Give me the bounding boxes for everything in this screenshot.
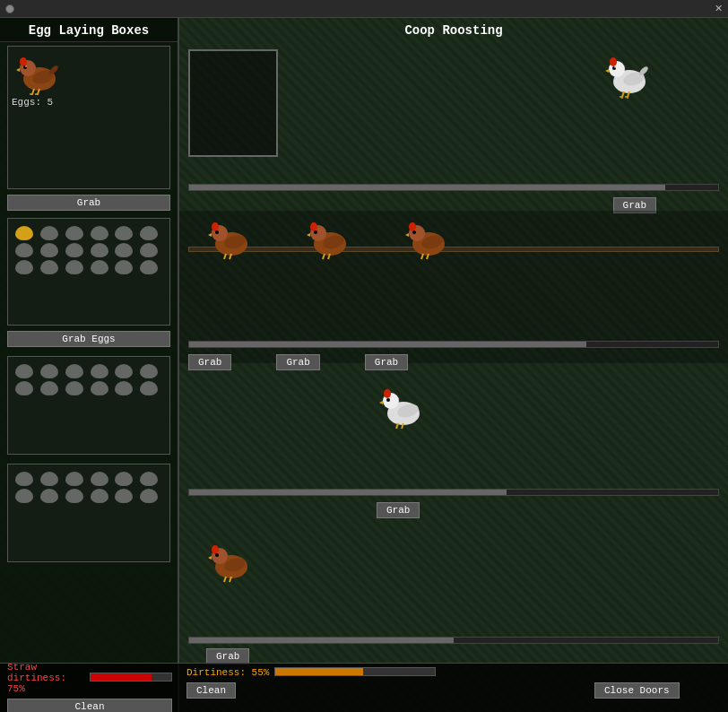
svg-point-16 xyxy=(610,57,617,66)
svg-point-46 xyxy=(409,222,416,231)
close-button[interactable]: ✕ xyxy=(715,3,723,14)
white-chicken-svg-2 xyxy=(377,381,430,430)
egg-item xyxy=(65,381,83,395)
svg-line-66 xyxy=(224,577,226,582)
brown-chicken-svg-4 xyxy=(206,538,256,583)
golden-egg xyxy=(15,226,33,240)
egg-grid-2 xyxy=(12,222,166,278)
coop-scene: Grab xyxy=(179,36,728,663)
svg-point-56 xyxy=(386,398,390,402)
egg-item xyxy=(65,364,83,378)
grab-eggs-button[interactable]: Grab Eggs xyxy=(7,331,170,347)
egg-item xyxy=(40,243,58,257)
straw-dirt-label: Straw dirtiness: 75% xyxy=(7,662,84,694)
eggs-count-1: Eggs: 5 xyxy=(12,97,53,108)
egg-item xyxy=(140,260,158,274)
brown-chicken-svg-2c xyxy=(403,215,453,260)
egg-box-2 xyxy=(7,218,170,326)
egg-grid-3 xyxy=(12,360,166,399)
svg-point-5 xyxy=(25,65,27,67)
title-bar: ✕ xyxy=(0,0,728,18)
egg-item xyxy=(140,243,158,257)
egg-item xyxy=(115,381,133,395)
right-bottom-bar: Dirtiness: 55% Clean Close Doors xyxy=(179,663,728,712)
svg-line-50 xyxy=(421,254,423,259)
svg-point-19 xyxy=(614,66,616,68)
title-bar-dot xyxy=(5,4,14,13)
egg-item xyxy=(15,472,33,486)
egg-item xyxy=(91,364,108,378)
egg-item xyxy=(140,364,158,378)
roost-slot-white-2 xyxy=(377,381,430,434)
grab-row-2: Grab Grab Grab xyxy=(188,354,408,370)
egg-item xyxy=(40,472,58,486)
egg-box-3 xyxy=(7,356,170,455)
svg-line-22 xyxy=(622,91,624,97)
grab-button-roost-3[interactable]: Grab xyxy=(377,502,420,518)
svg-point-32 xyxy=(215,230,219,234)
svg-marker-3 xyxy=(16,68,20,72)
roost-row-2 xyxy=(206,215,453,260)
progress-bar-1 xyxy=(188,184,719,191)
progress-bar-2 xyxy=(188,341,719,348)
svg-line-42 xyxy=(323,254,325,259)
straw-dirt-bar xyxy=(90,673,172,682)
egg-grid-4 xyxy=(12,468,166,507)
egg-item xyxy=(40,260,58,274)
clean-coop-button[interactable]: Clean xyxy=(186,682,236,699)
grab-button-roost-2c[interactable]: Grab xyxy=(365,354,408,370)
svg-point-64 xyxy=(215,553,219,557)
egg-item xyxy=(15,260,33,274)
svg-marker-47 xyxy=(405,233,409,237)
egg-item xyxy=(65,472,83,486)
egg-item xyxy=(115,243,133,257)
egg-item xyxy=(91,472,108,486)
svg-point-30 xyxy=(212,222,219,231)
coop-dirt-bar xyxy=(274,667,436,676)
egg-item xyxy=(40,489,58,503)
egg-item xyxy=(140,472,158,486)
svg-marker-17 xyxy=(605,69,609,73)
egg-item xyxy=(65,226,83,240)
close-doors-button[interactable]: Close Doors xyxy=(594,682,680,699)
egg-item xyxy=(15,243,33,257)
egg-item xyxy=(91,381,108,395)
roost-slot-empty xyxy=(188,49,278,157)
grab-button-roost-2b[interactable]: Grab xyxy=(276,354,319,370)
egg-box-4 xyxy=(7,464,170,562)
progress-bar-1-fill xyxy=(189,185,665,190)
svg-point-62 xyxy=(212,545,219,554)
egg-item xyxy=(140,489,158,503)
progress-bar-2-fill xyxy=(189,342,586,347)
egg-box-1: Eggs: 5 xyxy=(7,46,170,189)
svg-point-2 xyxy=(20,57,27,66)
chicken-1-img xyxy=(12,50,65,95)
egg-item xyxy=(91,260,108,274)
svg-point-40 xyxy=(314,230,317,234)
clean-straw-button[interactable]: Clean xyxy=(7,699,172,713)
svg-point-54 xyxy=(384,389,391,398)
brown-chicken-svg-1 xyxy=(14,50,64,95)
egg-item xyxy=(140,381,158,395)
title-bar-left xyxy=(5,4,14,13)
egg-item xyxy=(115,260,133,274)
left-bottom-bar: Straw dirtiness: 75% Clean xyxy=(0,663,179,712)
egg-item xyxy=(115,489,133,503)
brown-chicken-svg-2a xyxy=(206,215,256,260)
svg-marker-63 xyxy=(208,556,212,560)
roost-slot-white-1 xyxy=(602,49,656,99)
egg-item xyxy=(15,364,33,378)
egg-item xyxy=(40,226,58,240)
right-panel: Coop Roosting xyxy=(179,18,728,712)
egg-item xyxy=(15,381,33,395)
egg-item xyxy=(40,381,58,395)
progress-bar-4 xyxy=(188,637,719,644)
egg-item xyxy=(65,260,83,274)
grab-button-roost-2a[interactable]: Grab xyxy=(188,354,231,370)
main-area: Egg Laying Boxes xyxy=(0,18,728,712)
svg-line-8 xyxy=(32,89,34,94)
svg-point-38 xyxy=(310,222,317,231)
coop-dirt-label: Dirtiness: 55% xyxy=(186,667,269,678)
coop-dirt-fill xyxy=(275,668,363,675)
grab-button-1[interactable]: Grab xyxy=(7,195,170,211)
